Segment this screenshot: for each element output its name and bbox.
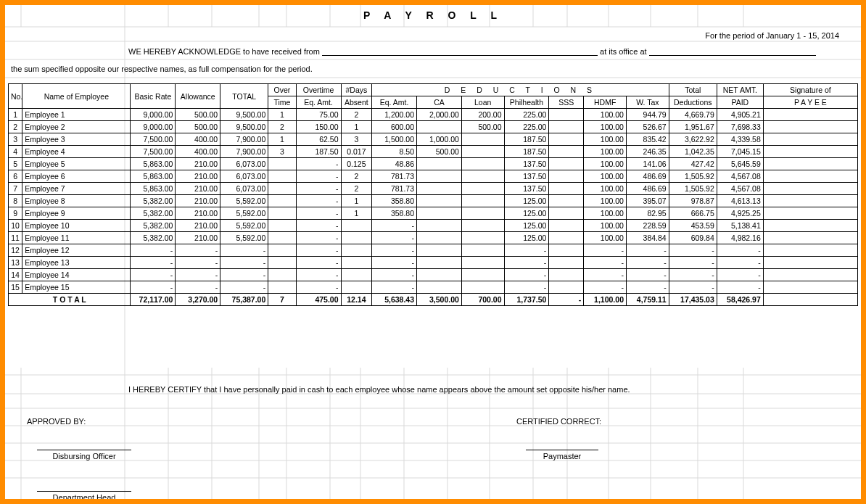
cell-da: 1 (341, 207, 372, 220)
cell-wt: 944.79 (626, 109, 669, 121)
cell-total: - (220, 244, 268, 257)
cell-da: 2 (341, 170, 372, 183)
cell-loan: 200.00 (461, 109, 504, 121)
cell-ca (417, 269, 462, 281)
cell-hd: 100.00 (584, 207, 627, 220)
hdr-sss: SSS (549, 96, 584, 109)
hdr-deductions2: Deductions (669, 96, 717, 109)
cell-no: 3 (9, 133, 22, 146)
cell-np: 7,698.33 (717, 121, 763, 133)
cell-oeq: - (296, 170, 341, 183)
cell-eq: - (372, 281, 417, 294)
hdr-ca: CA (417, 96, 462, 109)
cell-ca (417, 244, 462, 257)
cell-signature (763, 244, 857, 257)
cell-name: Employee 6 (22, 170, 131, 183)
payroll-sheet: P A Y R O L L For the period of January … (0, 0, 866, 504)
cell-ca (417, 121, 462, 133)
hdr-eqamt: Eq. Amt. (296, 96, 341, 109)
cell-ca (417, 257, 462, 269)
cell-sss (549, 109, 584, 121)
cell-ph: - (504, 269, 549, 281)
cell-oeq: 75.00 (296, 109, 341, 121)
cell-name: Employee 8 (22, 195, 131, 207)
cell-oeq: - (296, 269, 341, 281)
cell-hd: 100.00 (584, 146, 627, 158)
table-row: 8Employee 85,382.00210.005,592.00-1358.8… (9, 195, 858, 207)
total-sss: - (549, 294, 584, 306)
table-row: 11Employee 115,382.00210.005,592.00--125… (9, 232, 858, 244)
cell-total: 5,592.00 (220, 195, 268, 207)
cell-signature (763, 232, 857, 244)
hdr-ph: Philhealth (504, 96, 549, 109)
cell-hd: - (584, 244, 627, 257)
cell-np: 4,982.16 (717, 232, 763, 244)
cell-signature (763, 133, 857, 146)
cell-sss (549, 232, 584, 244)
blank-office (649, 49, 816, 56)
cell-eq: 781.73 (372, 170, 417, 183)
cell-loan (461, 170, 504, 183)
cell-wt: - (626, 269, 669, 281)
header-row-1: No. Name of Employee Basic Rate Allowanc… (9, 84, 858, 96)
total-total: 75,387.00 (220, 294, 268, 306)
cell-total: 6,073.00 (220, 183, 268, 195)
cell-wt: 395.07 (626, 195, 669, 207)
table-row: 3Employee 37,500.00400.007,900.00162.503… (9, 133, 858, 146)
blank-from (322, 49, 598, 56)
payroll-body: 1Employee 19,000.00500.009,500.00175.002… (9, 109, 858, 294)
cell-ot: 2 (268, 121, 296, 133)
total-oeq: 475.00 (296, 294, 341, 306)
hdr-overtime: Overtime (296, 84, 341, 96)
cell-name: Employee 12 (22, 244, 131, 257)
cell-ph: 187.50 (504, 146, 549, 158)
cell-wt: - (626, 244, 669, 257)
cell-hd: 100.00 (584, 133, 627, 146)
cell-np: 4,339.58 (717, 133, 763, 146)
cell-allow: 210.00 (176, 195, 220, 207)
cell-td: 4,669.79 (669, 109, 717, 121)
cell-np: 4,905.21 (717, 109, 763, 121)
cell-hd: 100.00 (584, 158, 627, 170)
cell-basic: - (131, 269, 176, 281)
cell-da: 2 (341, 109, 372, 121)
cell-no: 12 (9, 244, 22, 257)
cell-no: 14 (9, 269, 22, 281)
hdr-netamt: NET AMT. (717, 84, 763, 96)
cell-hd: - (584, 257, 627, 269)
payroll-table: No. Name of Employee Basic Rate Allowanc… (8, 83, 858, 306)
cell-ot (268, 158, 296, 170)
cell-eq: - (372, 257, 417, 269)
total-allow: 3,270.00 (176, 294, 220, 306)
cell-ot (268, 170, 296, 183)
cell-ph: 137.50 (504, 158, 549, 170)
cell-hd: 100.00 (584, 121, 627, 133)
period-value: January 1 - 15, 2014 (766, 31, 839, 40)
cell-ph: 225.00 (504, 121, 549, 133)
cell-sss (549, 195, 584, 207)
cell-eq: 48.86 (372, 158, 417, 170)
cell-ph: 125.00 (504, 220, 549, 232)
cell-oeq: - (296, 257, 341, 269)
cell-td: 666.75 (669, 207, 717, 220)
cell-ph: - (504, 257, 549, 269)
certify-line: I HEREBY CERTIFY that I have personally … (128, 385, 630, 394)
cell-ca (417, 220, 462, 232)
cell-ca: 500.00 (417, 146, 462, 158)
cell-np: 4,567.08 (717, 183, 763, 195)
cell-da (341, 220, 372, 232)
cell-da: 0.125 (341, 158, 372, 170)
cell-da: 2 (341, 183, 372, 195)
cell-no: 2 (9, 121, 22, 133)
cell-basic: 5,863.00 (131, 158, 176, 170)
cell-signature (763, 195, 857, 207)
cell-da: 1 (341, 121, 372, 133)
hdr-absent: Absent (341, 96, 372, 109)
cell-signature (763, 220, 857, 232)
cell-sss (549, 170, 584, 183)
cell-eq: 358.80 (372, 207, 417, 220)
cell-name: Employee 3 (22, 133, 131, 146)
cell-ca (417, 158, 462, 170)
total-hd: 1,100.00 (584, 294, 627, 306)
cell-wt: 486.69 (626, 170, 669, 183)
